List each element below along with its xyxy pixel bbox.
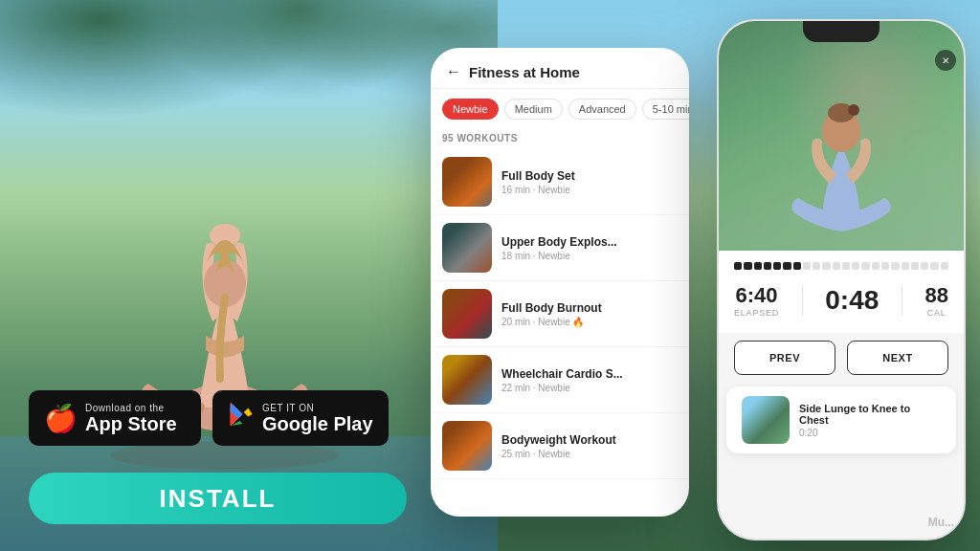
app-store-line1: Download on the: [85, 403, 177, 413]
next-exercise-thumb: [742, 396, 790, 444]
workout-meta-1: 16 min · Newbie: [501, 185, 678, 195]
workout-item-4[interactable]: Wheelchair Cardio S... 22 min · Newbie: [431, 347, 689, 413]
workout-name-5: Bodyweight Workout: [501, 433, 645, 447]
filter-advanced[interactable]: Advanced: [568, 99, 636, 120]
next-exercise-name: Side Lunge to Knee to Chest: [799, 403, 941, 426]
google-play-icon: [228, 402, 255, 435]
filter-medium[interactable]: Medium: [504, 99, 563, 120]
app-store-line2: App Store: [85, 413, 177, 434]
stat-divider-2: [902, 286, 902, 315]
filter-5-10[interactable]: 5-10 min: [642, 99, 689, 120]
workout-info-3: Full Body Burnout 20 min · Newbie 🔥: [501, 301, 678, 327]
back-arrow-icon[interactable]: ←: [446, 63, 461, 80]
workout-meta-5: 25 min · Newbie: [501, 449, 678, 459]
seg-1: [734, 262, 742, 270]
google-play-line1: GET IT ON: [262, 403, 373, 413]
seg-15: [872, 262, 880, 270]
store-buttons-container: 🍎 Download on the App Store GET IT ON Go…: [29, 390, 389, 446]
phone-list-mockup: ← Fitness at Home Newbie Medium Advanced…: [431, 48, 689, 517]
filter-newbie[interactable]: Newbie: [442, 99, 499, 120]
watermark: Mu...: [928, 516, 954, 529]
workout-thumb-5: [442, 421, 492, 471]
seg-22: [941, 262, 948, 270]
seg-11: [833, 262, 840, 270]
workout-info-1: Full Body Set 16 min · Newbie: [501, 169, 678, 195]
seg-10: [822, 262, 830, 270]
stat-divider-1: [802, 286, 803, 315]
google-play-line2: Google Play: [262, 413, 373, 434]
elapsed-stat: 6:40 ELAPSED: [734, 283, 779, 318]
close-icon: ✕: [942, 55, 949, 66]
seg-17: [891, 262, 899, 270]
nav-buttons: PREV NEXT: [719, 333, 964, 383]
phone-notch: [803, 21, 880, 42]
seg-13: [852, 262, 859, 270]
phone-list-header: ← Fitness at Home: [431, 48, 689, 89]
google-play-text: GET IT ON Google Play: [262, 403, 373, 434]
player-hero-svg: [755, 40, 927, 251]
workout-thumb-1: [442, 157, 492, 207]
next-button[interactable]: NEXT: [847, 341, 948, 375]
workout-item-5[interactable]: Bodyweight Workout 25 min · Newbie: [431, 413, 689, 479]
workout-thumb-2: [442, 223, 492, 273]
timer-stat: 0:48: [825, 285, 879, 316]
workout-info-2: Upper Body Explos... 18 min · Newbie: [501, 235, 678, 261]
google-play-button[interactable]: GET IT ON Google Play: [212, 390, 389, 446]
elapsed-label: ELAPSED: [734, 308, 779, 318]
stats-row: 6:40 ELAPSED 0:48 88 CAL: [734, 279, 948, 325]
svg-point-7: [848, 104, 859, 116]
player-hero-image: ✕: [719, 21, 964, 251]
seg-21: [930, 262, 938, 270]
workout-info-5: Bodyweight Workout 25 min · Newbie: [501, 433, 678, 459]
next-label: NEXT: [882, 352, 912, 364]
seg-18: [902, 262, 909, 270]
workout-meta-3: 20 min · Newbie 🔥: [501, 317, 678, 327]
seg-4: [764, 262, 771, 270]
workout-meta-4: 22 min · Newbie: [501, 383, 678, 393]
seg-19: [911, 262, 919, 270]
install-button[interactable]: INSTALL: [29, 473, 407, 524]
phone-player-mockup: ✕: [717, 19, 966, 540]
workout-name-1: Full Body Set: [501, 169, 645, 183]
next-exercise-duration: 0:20: [799, 428, 941, 438]
next-exercise-card[interactable]: Side Lunge to Knee to Chest 0:20: [726, 386, 956, 453]
elapsed-value: 6:40: [734, 283, 779, 308]
phone-list-title: Fitness at Home: [469, 64, 580, 80]
workout-name-2: Upper Body Explos...: [501, 235, 645, 249]
workout-item-2[interactable]: Upper Body Explos... 18 min · Newbie: [431, 215, 689, 281]
apple-icon: 🍎: [44, 403, 78, 434]
seg-2: [744, 262, 751, 270]
cal-label: CAL: [924, 308, 947, 318]
workout-item-1[interactable]: Full Body Set 16 min · Newbie: [431, 149, 689, 215]
workout-thumb-4: [442, 355, 492, 405]
progress-section: 6:40 ELAPSED 0:48 88 CAL: [719, 251, 964, 333]
prev-button[interactable]: PREV: [734, 341, 835, 375]
app-store-button[interactable]: 🍎 Download on the App Store: [29, 390, 201, 446]
workout-item-3[interactable]: Full Body Burnout 20 min · Newbie 🔥: [431, 281, 689, 347]
close-button[interactable]: ✕: [935, 50, 956, 71]
workout-name-4: Wheelchair Cardio S...: [501, 367, 645, 381]
progress-bar: [734, 262, 948, 270]
seg-5: [773, 262, 781, 270]
filter-row: Newbie Medium Advanced 5-10 min 10-20 mi…: [431, 89, 689, 129]
workout-meta-2: 18 min · Newbie: [501, 251, 678, 261]
cal-value: 88: [924, 283, 947, 308]
cal-stat: 88 CAL: [924, 283, 947, 318]
app-store-text: Download on the App Store: [85, 403, 177, 434]
seg-6: [783, 262, 791, 270]
workouts-count: 95 WORKOUTS: [431, 129, 689, 149]
seg-7: [793, 262, 801, 270]
workout-name-3: Full Body Burnout: [501, 301, 645, 315]
seg-20: [921, 262, 928, 270]
workout-info-4: Wheelchair Cardio S... 22 min · Newbie: [501, 367, 678, 393]
install-label: INSTALL: [160, 484, 277, 514]
seg-12: [842, 262, 850, 270]
timer-value: 0:48: [825, 285, 879, 316]
workout-thumb-3: [442, 289, 492, 339]
next-exercise-info: Side Lunge to Knee to Chest 0:20: [799, 403, 941, 438]
seg-3: [754, 262, 762, 270]
seg-14: [861, 262, 869, 270]
seg-8: [803, 262, 811, 270]
prev-label: PREV: [769, 352, 800, 364]
seg-9: [813, 262, 820, 270]
